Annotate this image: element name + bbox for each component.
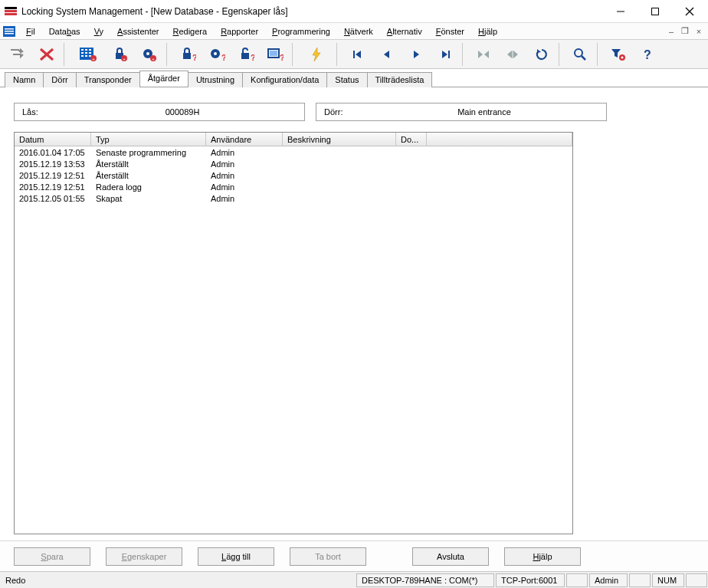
hjalp-button[interactable]: Hjälp <box>504 547 581 566</box>
table-row[interactable]: 2015.12.05 01:55SkapatAdmin <box>15 192 572 204</box>
cell-datum: 2016.01.04 17:05 <box>15 148 91 157</box>
minimize-button[interactable] <box>603 1 638 22</box>
ta-bort-button[interactable]: Ta bort <box>290 547 366 566</box>
toolbar-screen-help-icon[interactable]: ? <box>261 43 289 66</box>
menu-programmering[interactable]: Programmering <box>266 25 336 38</box>
menu-hjalp[interactable]: Hjälp <box>472 25 503 38</box>
mdi-icon <box>3 25 15 38</box>
th-rest <box>427 133 572 146</box>
svg-rect-37 <box>241 53 249 59</box>
toolbar-search-icon[interactable] <box>566 43 594 66</box>
menu-fil[interactable]: Fil <box>20 25 41 38</box>
svg-rect-42 <box>353 51 355 58</box>
spara-button[interactable]: Spara <box>14 547 90 566</box>
toolbar-transponder-help-icon[interactable]: ? <box>203 43 231 66</box>
menu-natverk[interactable]: Nätverk <box>338 25 379 38</box>
cell-typ: Skapat <box>91 194 206 203</box>
toolbar-help-icon[interactable]: ? <box>634 43 661 66</box>
app-icon <box>5 5 17 18</box>
cell-anvandare: Admin <box>206 182 283 192</box>
cell-anvandare: Admin <box>206 159 283 169</box>
maximize-button[interactable] <box>638 1 672 22</box>
svg-text:?: ? <box>280 53 284 62</box>
table-row[interactable]: 2015.12.19 12:51ÅterställtAdmin <box>15 169 572 181</box>
th-anvandare[interactable]: Användare <box>206 133 283 146</box>
toolbar-first-icon[interactable] <box>344 43 372 66</box>
svg-text:?: ? <box>221 53 225 62</box>
th-datum[interactable]: Datum <box>15 133 91 146</box>
toolbar-lock-add-icon[interactable]: + <box>107 43 134 66</box>
toolbar-delete-icon[interactable] <box>33 43 61 66</box>
tab-tilltradeslista[interactable]: Tillträdeslista <box>367 72 433 87</box>
lagg-till-button[interactable]: Lägg till <box>198 547 274 566</box>
svg-rect-22 <box>89 55 91 57</box>
toolbar-prev-icon[interactable] <box>373 43 401 66</box>
toolbar-last-icon[interactable] <box>431 43 459 66</box>
menu-databas[interactable]: Databas <box>43 25 87 38</box>
svg-point-45 <box>575 49 582 57</box>
th-typ[interactable]: Typ <box>91 133 206 146</box>
status-gap3 <box>686 573 707 587</box>
tab-transponder[interactable]: Transponder <box>76 72 140 87</box>
cell-typ: Återställt <box>91 159 206 169</box>
menubar: Fil Databas Vy Assistenter Redigera Rapp… <box>0 23 708 40</box>
tab-konfiguration[interactable]: Konfiguration/data <box>242 72 327 87</box>
status-tcp: TCP-Port:6001 <box>496 573 565 587</box>
avsluta-button[interactable]: Avsluta <box>412 547 489 566</box>
toolbar-next-icon[interactable] <box>402 43 430 66</box>
mdi-restore-button[interactable]: ❐ <box>679 25 691 38</box>
svg-rect-14 <box>81 49 84 51</box>
menu-assistenter[interactable]: Assistenter <box>111 25 165 38</box>
menu-redigera[interactable]: Redigera <box>166 25 213 38</box>
cell-datum: 2015.12.19 12:51 <box>15 182 91 192</box>
egenskaper-button[interactable]: Egenskaper <box>106 547 182 566</box>
toolbar-lock-help-icon[interactable]: ? <box>174 43 202 66</box>
close-button[interactable] <box>672 1 706 22</box>
mdi-close-button[interactable]: × <box>693 25 705 38</box>
table-row[interactable]: 2015.12.19 13:53ÅterställtAdmin <box>15 158 572 169</box>
statusbar: Redo DESKTOP-789HANE : COM(*) TCP-Port:6… <box>0 571 708 588</box>
cell-anvandare: Admin <box>206 194 283 203</box>
table-header: Datum Typ Användare Beskrivning Do... <box>15 133 572 146</box>
toolbar-transponder-add-icon[interactable]: + <box>136 43 163 66</box>
toolbar-refresh-icon[interactable] <box>528 43 556 66</box>
svg-text:?: ? <box>192 53 196 62</box>
mdi-minimize-button[interactable]: – <box>665 25 677 38</box>
toolbar-matrix-icon[interactable]: + <box>71 43 105 66</box>
tab-utrustning[interactable]: Utrustning <box>188 72 243 87</box>
table-body: 2016.01.04 17:05Senaste programmeringAdm… <box>15 146 572 204</box>
svg-text:?: ? <box>644 48 651 61</box>
svg-line-46 <box>582 56 585 60</box>
menu-vy[interactable]: Vy <box>88 25 110 38</box>
content-panel: Lås: 000089H Dörr: Main entrance Datum T… <box>0 87 708 540</box>
toolbar-collapse-icon[interactable] <box>470 43 497 66</box>
tab-status[interactable]: Status <box>326 72 367 87</box>
toolbar-lock-open-help-icon[interactable]: ? <box>232 43 260 66</box>
toolbar-flash-icon[interactable] <box>300 43 333 66</box>
tab-dorr[interactable]: Dörr <box>43 72 76 87</box>
table-row[interactable]: 2015.12.19 12:51Radera loggAdmin <box>15 181 572 192</box>
svg-rect-1 <box>5 10 17 12</box>
toolbar-logon-icon[interactable] <box>4 43 31 66</box>
svg-point-29 <box>146 52 149 55</box>
cell-anvandare: Admin <box>206 148 283 157</box>
actions-table[interactable]: Datum Typ Användare Beskrivning Do... 20… <box>14 132 573 534</box>
status-admin: Admin <box>589 573 628 587</box>
menu-alternativ[interactable]: Alternativ <box>381 25 428 38</box>
menu-fonster[interactable]: Fönster <box>430 25 470 38</box>
table-row[interactable]: 2016.01.04 17:05Senaste programmeringAdm… <box>15 146 572 158</box>
toolbar-expand-icon[interactable] <box>499 43 526 66</box>
svg-rect-0 <box>5 7 17 9</box>
tabbar: Namn Dörr Transponder Åtgärder Utrustnin… <box>0 69 708 87</box>
menu-rapporter[interactable]: Rapporter <box>215 25 264 38</box>
tab-namn[interactable]: Namn <box>5 72 44 87</box>
status-gap1 <box>566 573 588 587</box>
toolbar-filter-gear-icon[interactable] <box>605 43 632 66</box>
th-do[interactable]: Do... <box>396 133 427 146</box>
th-beskrivning[interactable]: Beskrivning <box>283 133 396 146</box>
door-info-box: Dörr: Main entrance <box>316 103 607 121</box>
svg-point-48 <box>621 56 624 58</box>
svg-text:+: + <box>92 57 95 61</box>
tab-atgarder[interactable]: Åtgärder <box>139 71 188 87</box>
svg-rect-43 <box>448 51 450 58</box>
